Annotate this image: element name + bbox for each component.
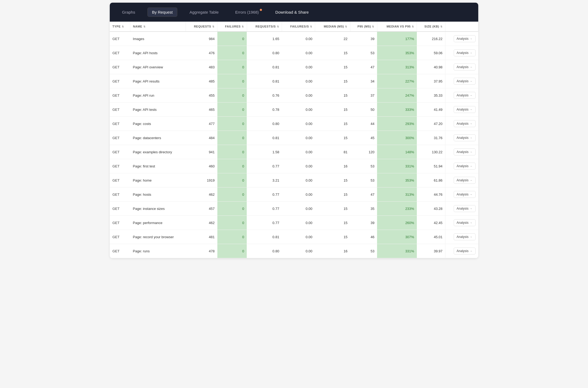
nav-item-aggregate-table[interactable]: Aggregate Table xyxy=(185,8,223,17)
sort-icon-median_ms: ⇅ xyxy=(345,25,347,28)
name-cell: Page: datacenters xyxy=(130,131,186,145)
analysis-button[interactable]: Analysis → xyxy=(454,177,476,184)
requests-cell: 485 xyxy=(186,74,217,88)
p95-ms-cell: 53 xyxy=(350,159,377,173)
analysis-button[interactable]: Analysis → xyxy=(454,205,476,212)
col-header-requests[interactable]: REQUESTS⇅ xyxy=(186,22,217,32)
failures-s-cell: 0.00 xyxy=(282,46,315,60)
table-row: GETPage: home191903.210.001553353%61.86A… xyxy=(110,173,478,187)
requests-cell: 460 xyxy=(186,159,217,173)
median-vs-p95-cell: 177% xyxy=(377,32,417,46)
p95-ms-cell: 53 xyxy=(350,46,377,60)
table-row: GETPage: costs47700.800.001544293%47.20A… xyxy=(110,117,478,131)
analysis-button[interactable]: Analysis → xyxy=(454,134,476,141)
requests-s-cell: 0.81 xyxy=(247,131,282,145)
col-header-p95_ms[interactable]: P95 (MS)⇅ xyxy=(350,22,377,32)
arrow-icon: → xyxy=(470,80,473,83)
analysis-button[interactable]: Analysis → xyxy=(454,120,476,127)
median-ms-cell: 15 xyxy=(315,74,350,88)
header-row: TYPE⇅NAME⇅REQUESTS⇅FAILURES⇅REQUESTS/S⇅F… xyxy=(110,22,478,32)
arrow-icon: → xyxy=(470,136,473,139)
analysis-button[interactable]: Analysis → xyxy=(454,92,476,99)
action-cell: Analysis → xyxy=(445,173,478,187)
name-cell: Images xyxy=(130,32,186,46)
size-kb-cell: 45.01 xyxy=(417,230,445,244)
name-cell: Page: costs xyxy=(130,117,186,131)
median-vs-p95-cell: 148% xyxy=(377,145,417,159)
median-vs-p95-cell: 307% xyxy=(377,230,417,244)
table-row: GETPage: first test46000.770.001653331%5… xyxy=(110,159,478,173)
sort-icon-name: ⇅ xyxy=(143,25,146,28)
median-ms-cell: 15 xyxy=(315,103,350,117)
nav-item-download-share[interactable]: Download & Share xyxy=(271,8,313,17)
size-kb-cell: 51.94 xyxy=(417,159,445,173)
name-cell: Page: API run xyxy=(130,88,186,103)
failures-s-cell: 0.00 xyxy=(282,159,315,173)
size-kb-cell: 43.28 xyxy=(417,202,445,216)
requests-s-cell: 1.65 xyxy=(247,32,282,46)
failures-cell: 0 xyxy=(217,32,247,46)
type-cell: GET xyxy=(110,230,130,244)
requests-cell: 483 xyxy=(186,60,217,74)
failures-cell: 0 xyxy=(217,60,247,74)
median-ms-cell: 15 xyxy=(315,216,350,230)
analysis-button[interactable]: Analysis → xyxy=(454,78,476,85)
action-cell: Analysis → xyxy=(445,216,478,230)
failures-cell: 0 xyxy=(217,230,247,244)
requests-s-cell: 0.81 xyxy=(247,230,282,244)
p95-ms-cell: 35 xyxy=(350,202,377,216)
col-header-failures[interactable]: FAILURES⇅ xyxy=(217,22,247,32)
requests-table: TYPE⇅NAME⇅REQUESTS⇅FAILURES⇅REQUESTS/S⇅F… xyxy=(110,22,478,258)
median-ms-cell: 15 xyxy=(315,117,350,131)
action-cell: Analysis → xyxy=(445,187,478,202)
col-header-type[interactable]: TYPE⇅ xyxy=(110,22,130,32)
median-ms-cell: 22 xyxy=(315,32,350,46)
nav-item-errors[interactable]: Errors (1968) xyxy=(231,8,263,17)
requests-s-cell: 0.80 xyxy=(247,117,282,131)
analysis-button[interactable]: Analysis → xyxy=(454,106,476,113)
nav-item-by-request[interactable]: By Request xyxy=(147,7,177,17)
analysis-button[interactable]: Analysis → xyxy=(454,163,476,170)
analysis-button[interactable]: Analysis → xyxy=(454,35,476,42)
requests-cell: 462 xyxy=(186,187,217,202)
col-header-failures_s[interactable]: FAILURES/S⇅ xyxy=(282,22,315,32)
type-cell: GET xyxy=(110,145,130,159)
requests-cell: 1919 xyxy=(186,173,217,187)
sort-icon-requests: ⇅ xyxy=(212,25,215,28)
arrow-icon: → xyxy=(470,193,473,196)
action-cell: Analysis → xyxy=(445,32,478,46)
type-cell: GET xyxy=(110,187,130,202)
analysis-button[interactable]: Analysis → xyxy=(454,219,476,226)
requests-s-cell: 0.76 xyxy=(247,88,282,103)
type-cell: GET xyxy=(110,117,130,131)
col-header-size_kb[interactable]: SIZE (KB)⇅ xyxy=(417,22,445,32)
analysis-button[interactable]: Analysis → xyxy=(454,64,476,70)
requests-s-cell: 0.78 xyxy=(247,103,282,117)
nav-item-graphs[interactable]: Graphs xyxy=(118,8,139,17)
col-header-median_vs_p95[interactable]: MEDIAN VS P95⇅ xyxy=(377,22,417,32)
median-vs-p95-cell: 331% xyxy=(377,244,417,258)
col-header-name[interactable]: NAME⇅ xyxy=(130,22,186,32)
type-cell: GET xyxy=(110,60,130,74)
col-header-requests_s[interactable]: REQUESTS/S⇅ xyxy=(247,22,282,32)
analysis-button[interactable]: Analysis → xyxy=(454,233,476,240)
arrow-icon: → xyxy=(470,164,473,168)
table-row: GETPage: API run45500.760.001537247%35.3… xyxy=(110,88,478,103)
median-vs-p95-cell: 227% xyxy=(377,74,417,88)
analysis-button[interactable]: Analysis → xyxy=(454,148,476,155)
analysis-button[interactable]: Analysis → xyxy=(454,191,476,198)
table-row: GETPage: API tests46500.780.001550333%41… xyxy=(110,103,478,117)
requests-cell: 484 xyxy=(186,131,217,145)
name-cell: Page: examples directory xyxy=(130,145,186,159)
col-header-median_ms[interactable]: MEDIAN (MS)⇅ xyxy=(315,22,350,32)
analysis-button[interactable]: Analysis → xyxy=(454,248,476,254)
failures-s-cell: 0.00 xyxy=(282,145,315,159)
table-row: GETPage: datacenters48400.810.001545300%… xyxy=(110,131,478,145)
requests-s-cell: 0.80 xyxy=(247,244,282,258)
type-cell: GET xyxy=(110,216,130,230)
failures-s-cell: 0.00 xyxy=(282,74,315,88)
p95-ms-cell: 50 xyxy=(350,103,377,117)
type-cell: GET xyxy=(110,202,130,216)
analysis-button[interactable]: Analysis → xyxy=(454,49,476,56)
size-kb-cell: 37.95 xyxy=(417,74,445,88)
